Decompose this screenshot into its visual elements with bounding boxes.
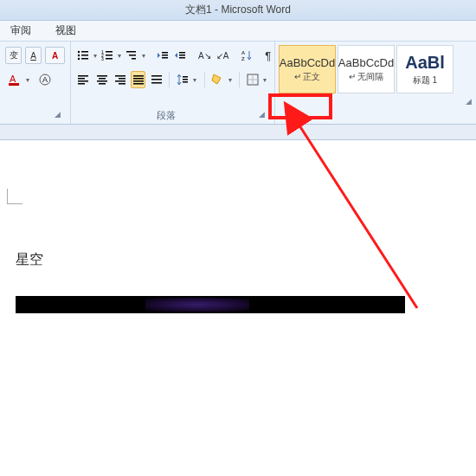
distribute-icon bbox=[151, 74, 163, 86]
show-marks-button[interactable]: ¶ bbox=[264, 47, 272, 64]
ltr-button[interactable]: A↘ bbox=[197, 47, 212, 64]
dropdown-icon[interactable]: ▾ bbox=[118, 52, 121, 60]
line-spacing-button[interactable] bbox=[175, 71, 190, 88]
decrease-indent-button[interactable] bbox=[156, 47, 170, 64]
svg-rect-41 bbox=[133, 80, 144, 82]
font-color-icon: A bbox=[7, 73, 21, 87]
align-justify-button[interactable] bbox=[131, 71, 145, 88]
svg-point-6 bbox=[78, 55, 80, 56]
styles-dialog-launcher[interactable]: ◢ bbox=[462, 95, 474, 107]
font-color-button[interactable]: A bbox=[5, 71, 23, 88]
align-left-button[interactable] bbox=[76, 71, 91, 88]
svg-rect-46 bbox=[183, 76, 188, 78]
shading-button[interactable] bbox=[210, 71, 225, 88]
phonetic-guide-button[interactable]: 变 bbox=[5, 47, 22, 64]
style-heading1[interactable]: AaBl 标题 1 bbox=[396, 45, 453, 93]
svg-rect-27 bbox=[78, 75, 88, 77]
svg-rect-22 bbox=[179, 52, 185, 54]
paragraph-dialog-launcher[interactable]: ◢ bbox=[255, 108, 267, 120]
enclose-char-icon: A bbox=[38, 73, 52, 87]
style-nospacing[interactable]: AaBbCcDd ↵ 无间隔 bbox=[338, 45, 395, 93]
align-center-button[interactable] bbox=[94, 71, 109, 88]
svg-rect-45 bbox=[151, 82, 162, 84]
dropdown-icon[interactable]: ▾ bbox=[93, 52, 97, 60]
svg-point-8 bbox=[78, 58, 80, 60]
style-label: ↵ 正文 bbox=[294, 71, 321, 83]
svg-rect-29 bbox=[78, 80, 88, 82]
align-right-button[interactable] bbox=[113, 71, 127, 88]
dropdown-icon[interactable]: ▾ bbox=[142, 52, 145, 60]
svg-text:A: A bbox=[42, 75, 48, 84]
image-content bbox=[145, 298, 249, 312]
tab-review[interactable]: 审阅 bbox=[7, 22, 35, 40]
borders-button[interactable] bbox=[245, 71, 260, 88]
dropdown-icon[interactable]: ▾ bbox=[193, 76, 199, 84]
horizontal-ruler[interactable] bbox=[0, 125, 476, 140]
sort-icon: AZ bbox=[241, 49, 253, 61]
svg-rect-16 bbox=[126, 51, 136, 53]
dec-indent-icon bbox=[157, 49, 169, 61]
svg-rect-15 bbox=[106, 58, 113, 60]
svg-point-4 bbox=[78, 51, 80, 53]
distribute-button[interactable] bbox=[149, 71, 164, 88]
svg-rect-36 bbox=[119, 78, 125, 80]
numbering-button[interactable]: 123 bbox=[100, 47, 114, 64]
style-normal[interactable]: AaBbCcDd ↵ 正文 bbox=[279, 45, 336, 93]
window-title: 文档1 - Microsoft Word bbox=[185, 3, 291, 17]
document-image[interactable] bbox=[16, 296, 405, 313]
dropdown-icon[interactable]: ▾ bbox=[263, 76, 269, 84]
svg-rect-30 bbox=[78, 83, 85, 85]
svg-rect-19 bbox=[162, 52, 168, 54]
font-dialog-launcher[interactable]: ◢ bbox=[51, 108, 63, 120]
dropdown-icon[interactable]: ▾ bbox=[228, 76, 235, 84]
bullets-icon bbox=[77, 49, 89, 61]
styles-group: AaBbCcDd ↵ 正文 AaBbCcDd ↵ 无间隔 AaBl 标题 1 ◢ bbox=[275, 42, 476, 124]
svg-rect-24 bbox=[179, 57, 185, 59]
tab-view[interactable]: 视图 bbox=[52, 22, 80, 40]
svg-rect-39 bbox=[133, 75, 144, 77]
svg-rect-32 bbox=[99, 78, 106, 80]
svg-text:A: A bbox=[241, 50, 245, 55]
separator bbox=[169, 72, 170, 87]
style-preview: AaBl bbox=[405, 53, 445, 73]
shading-icon bbox=[211, 74, 223, 86]
svg-rect-9 bbox=[81, 58, 88, 60]
svg-rect-34 bbox=[99, 83, 106, 85]
style-label: ↵ 无间隔 bbox=[349, 71, 384, 83]
svg-rect-37 bbox=[115, 80, 125, 82]
svg-rect-7 bbox=[81, 55, 88, 56]
document-area[interactable]: 星空 bbox=[0, 140, 476, 476]
align-left-icon bbox=[78, 74, 90, 86]
borders-icon bbox=[247, 74, 259, 86]
svg-rect-1 bbox=[9, 83, 19, 86]
char-border-button[interactable]: A bbox=[25, 47, 42, 64]
separator bbox=[239, 72, 240, 87]
svg-rect-11 bbox=[106, 51, 113, 53]
ribbon: 变 A A A ▾ A ◢ ▾ 123 bbox=[0, 42, 476, 125]
svg-rect-17 bbox=[129, 55, 136, 56]
svg-rect-43 bbox=[151, 75, 162, 77]
svg-text:A: A bbox=[10, 74, 16, 84]
svg-rect-21 bbox=[162, 57, 168, 59]
enclose-char-button[interactable]: A bbox=[36, 71, 54, 88]
dropdown-icon[interactable]: ▾ bbox=[26, 76, 33, 84]
svg-rect-5 bbox=[81, 51, 88, 53]
increase-indent-button[interactable] bbox=[173, 47, 187, 64]
bullets-button[interactable] bbox=[76, 47, 90, 64]
svg-rect-48 bbox=[183, 81, 188, 83]
svg-rect-23 bbox=[179, 55, 185, 56]
sort-button[interactable]: AZ bbox=[240, 47, 254, 64]
align-center-icon bbox=[96, 74, 108, 86]
svg-rect-28 bbox=[78, 78, 85, 80]
document-text[interactable]: 星空 bbox=[16, 251, 43, 269]
svg-rect-31 bbox=[97, 75, 107, 77]
char-shading-button[interactable]: A bbox=[45, 47, 65, 64]
svg-rect-42 bbox=[133, 83, 144, 85]
multilevel-list-button[interactable] bbox=[125, 47, 138, 64]
style-preview: AaBbCcDd bbox=[338, 56, 394, 69]
multilevel-icon bbox=[125, 49, 138, 61]
rtl-button[interactable]: ↙A bbox=[215, 47, 230, 64]
window-titlebar: 文档1 - Microsoft Word bbox=[0, 0, 476, 21]
line-spacing-icon bbox=[177, 74, 189, 86]
style-preview: AaBbCcDd bbox=[280, 56, 335, 69]
